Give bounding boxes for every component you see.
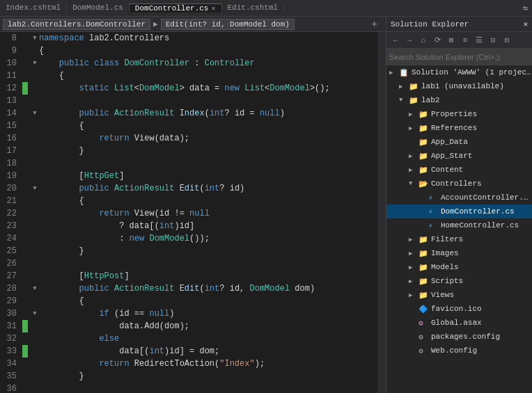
list-item[interactable]: ▶📁Views bbox=[386, 288, 532, 302]
collapse-button bbox=[31, 207, 39, 220]
list-item[interactable]: ▶📁Models bbox=[386, 260, 532, 274]
list-item[interactable]: ▶📁Scripts bbox=[386, 274, 532, 288]
list-item[interactable]: ▶📁Filters bbox=[386, 232, 532, 246]
editor-expand-button[interactable]: + bbox=[369, 19, 380, 30]
list-item[interactable]: ▶📁lab1 (unavailable) bbox=[386, 79, 532, 93]
tree-arrow[interactable]: ▼ bbox=[409, 180, 418, 187]
se-refresh-button[interactable]: ⟳ bbox=[431, 34, 444, 47]
gutter-marker bbox=[22, 120, 31, 132]
list-item[interactable]: ⚙Global.asax bbox=[386, 316, 532, 330]
collapse-button[interactable]: ▼ bbox=[31, 107, 39, 120]
collapse-button bbox=[31, 383, 39, 393]
tab-overflow-button[interactable]: ⇆ bbox=[519, 3, 532, 13]
tree-arrow[interactable]: ▶ bbox=[399, 83, 409, 90]
breadcrumb-sep: ▶ bbox=[153, 19, 158, 29]
solution-explorer-search[interactable] bbox=[386, 49, 532, 65]
list-item[interactable]: ▶📁Images bbox=[386, 246, 532, 260]
tree-arrow[interactable]: ▶ bbox=[409, 278, 418, 285]
table-row: 22 return View(id != null bbox=[0, 207, 377, 220]
list-item[interactable]: 🔷favicon.ico bbox=[386, 302, 532, 316]
tree-icon: 📋 bbox=[399, 68, 410, 77]
list-item[interactable]: ▼📂Controllers bbox=[386, 177, 532, 191]
tree-arrow[interactable]: ▶ bbox=[409, 152, 418, 160]
table-row: 10▼ public class DomController : Control… bbox=[0, 57, 377, 70]
tree-arrow[interactable]: ▶ bbox=[409, 166, 418, 174]
list-item[interactable]: ▼📁lab2 bbox=[386, 93, 532, 107]
table-row: 15 { bbox=[0, 120, 377, 132]
tree-item-label: References bbox=[431, 124, 477, 132]
tree-arrow[interactable]: ▼ bbox=[399, 97, 409, 104]
se-home-button[interactable]: ⌂ bbox=[417, 34, 430, 47]
tree-arrow[interactable]: ▶ bbox=[409, 236, 418, 243]
code-line-content: public ActionResult Edit(int? id) bbox=[39, 182, 377, 195]
tree-item-label: Images bbox=[431, 249, 459, 257]
tab-index[interactable]: Index.cshtml bbox=[0, 3, 67, 12]
list-item[interactable]: ▶📁Properties bbox=[386, 107, 532, 121]
collapse-button[interactable]: ▼ bbox=[31, 282, 39, 295]
tree-arrow[interactable]: ▶ bbox=[389, 69, 399, 77]
tree-item-label: lab2 bbox=[421, 96, 439, 104]
collapse-button bbox=[31, 95, 39, 107]
list-item[interactable]: ⚙Web.config bbox=[386, 344, 532, 358]
tree-arrow[interactable]: ▶ bbox=[409, 125, 418, 132]
tree-arrow[interactable]: ▶ bbox=[409, 111, 418, 118]
table-row: 23 ? data[(int)id] bbox=[0, 220, 377, 232]
line-number: 32 bbox=[0, 332, 22, 345]
editor-content: 8▼namespace lab2.Controllers9{10▼ public… bbox=[0, 32, 386, 393]
tree-item-label: lab1 (unavailable) bbox=[421, 82, 504, 90]
table-row: 25 } bbox=[0, 245, 377, 257]
line-number: 29 bbox=[0, 295, 22, 307]
line-number: 30 bbox=[0, 307, 22, 320]
se-forward-button[interactable]: → bbox=[403, 34, 416, 47]
solution-explorer-close[interactable]: ✕ bbox=[523, 19, 528, 29]
list-item[interactable]: ⚡AccountController.cs bbox=[386, 191, 532, 204]
list-item[interactable]: ▶📁App_Start bbox=[386, 149, 532, 163]
line-number: 28 bbox=[0, 282, 22, 295]
table-row: 28▼ public ActionResult Edit(int? id, Do… bbox=[0, 282, 377, 295]
tab-dommodel[interactable]: DomModel.cs bbox=[67, 3, 130, 12]
tree-item-label: favicon.ico bbox=[431, 305, 482, 313]
line-number: 33 bbox=[0, 345, 22, 358]
list-item[interactable]: 📁App_Data bbox=[386, 135, 532, 149]
list-item[interactable]: ⚙packages.config bbox=[386, 330, 532, 344]
tree-item-label: packages.config bbox=[431, 332, 500, 341]
collapse-button bbox=[31, 345, 39, 358]
list-item[interactable]: ▶📋Solution 'AWWW' (1 project) bbox=[386, 65, 532, 79]
search-input[interactable] bbox=[389, 53, 529, 61]
solution-explorer-title: Solution Explorer ✕ bbox=[386, 17, 532, 32]
code-line-content: data[(int)id] = dom; bbox=[39, 345, 377, 358]
list-item[interactable]: ▶📁References bbox=[386, 121, 532, 135]
collapse-button[interactable]: ▼ bbox=[31, 182, 39, 195]
tree-item-label: App_Start bbox=[431, 152, 472, 160]
tab-close[interactable]: ✕ bbox=[211, 4, 215, 13]
se-expand-button[interactable]: ⊞ bbox=[445, 34, 457, 47]
gutter-marker bbox=[22, 182, 31, 195]
code-line-content: } bbox=[39, 370, 377, 383]
list-item[interactable]: ⚡HomeController.cs bbox=[386, 218, 532, 232]
tree-icon: 🔷 bbox=[418, 305, 430, 314]
code-line-content bbox=[39, 157, 377, 170]
se-collapse-button[interactable]: ≡ bbox=[459, 34, 471, 47]
list-item[interactable]: ▶📁Content bbox=[386, 163, 532, 177]
list-item[interactable]: ⚡DomController.cs bbox=[386, 204, 532, 218]
collapse-button[interactable]: ▼ bbox=[31, 57, 39, 70]
tab-domcontroller[interactable]: DomController.cs✕ bbox=[130, 3, 222, 13]
se-filter-button[interactable]: ☰ bbox=[473, 34, 485, 47]
tab-edit[interactable]: Edit.cshtml bbox=[222, 3, 285, 12]
collapse-button[interactable]: ▼ bbox=[31, 307, 39, 320]
tree-arrow[interactable]: ▶ bbox=[409, 264, 418, 271]
se-preview-button[interactable]: ⊟ bbox=[501, 34, 513, 47]
tree-arrow[interactable]: ▶ bbox=[409, 250, 418, 257]
line-number: 19 bbox=[0, 170, 22, 182]
editor-scrollbar[interactable] bbox=[377, 32, 386, 393]
tree-item-label: Properties bbox=[431, 110, 477, 118]
gutter-marker bbox=[22, 32, 31, 45]
editor-panel: lab2.Controllers.DomController ▶ Edit(in… bbox=[0, 17, 386, 393]
gutter-marker bbox=[22, 107, 31, 120]
se-properties-button[interactable]: ⊡ bbox=[487, 34, 499, 47]
se-back-button[interactable]: ← bbox=[389, 34, 402, 47]
tree-arrow[interactable]: ▶ bbox=[409, 291, 418, 299]
gutter-marker bbox=[22, 270, 31, 282]
collapse-button[interactable]: ▼ bbox=[31, 32, 39, 45]
tree-item-label: AccountController.cs bbox=[441, 193, 532, 202]
